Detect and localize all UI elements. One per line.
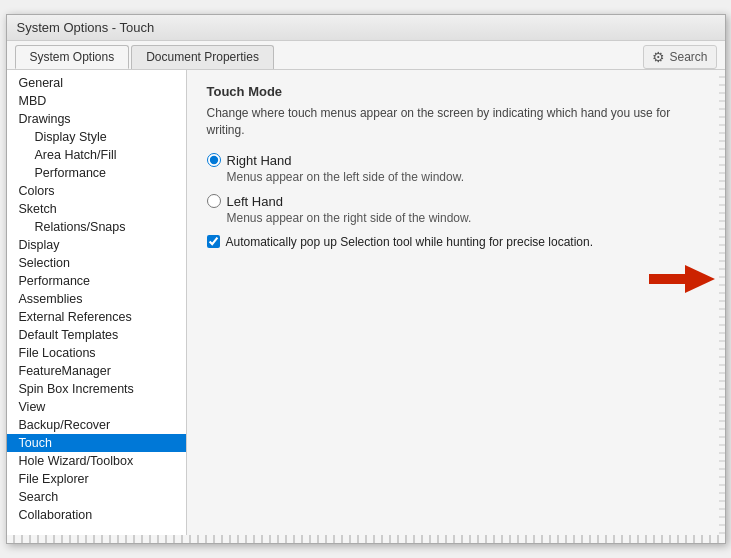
radio-option-left-hand: Left Hand Menus appear on the right side… [207, 194, 705, 225]
radio-input-right-hand[interactable] [207, 153, 221, 167]
title-bar: System Options - Touch [7, 15, 725, 41]
radio-input-left-hand[interactable] [207, 194, 221, 208]
sidebar-item-performance-drawings[interactable]: Performance [7, 164, 186, 182]
sidebar: GeneralMBDDrawingsDisplay StyleArea Hatc… [7, 70, 187, 535]
radio-sublabel-left-hand: Menus appear on the right side of the wi… [227, 211, 705, 225]
sidebar-item-area-hatch[interactable]: Area Hatch/Fill [7, 146, 186, 164]
red-arrow-head [685, 265, 715, 293]
radio-text-left-hand: Left Hand [227, 194, 283, 209]
section-title: Touch Mode [207, 84, 705, 99]
radio-text-right-hand: Right Hand [227, 153, 292, 168]
auto-popup-checkbox[interactable] [207, 235, 220, 248]
sidebar-item-relations-snaps[interactable]: Relations/Snaps [7, 218, 186, 236]
main-panel: Touch Mode Change where touch menus appe… [187, 70, 725, 535]
sidebar-item-external-references[interactable]: External References [7, 308, 186, 326]
sidebar-item-assemblies[interactable]: Assemblies [7, 290, 186, 308]
sidebar-item-default-templates[interactable]: Default Templates [7, 326, 186, 344]
sidebar-item-backup-recover[interactable]: Backup/Recover [7, 416, 186, 434]
arrow-shaft [649, 274, 685, 284]
checkbox-label: Automatically pop up Selection tool whil… [226, 235, 594, 249]
tabs-bar: System Options Document Properties ⚙ Sea… [7, 41, 725, 70]
window-body: System Options Document Properties ⚙ Sea… [7, 41, 725, 535]
sidebar-item-general[interactable]: General [7, 74, 186, 92]
section-desc: Change where touch menus appear on the s… [207, 105, 705, 139]
sidebar-item-spin-box[interactable]: Spin Box Increments [7, 380, 186, 398]
radio-group: Right Hand Menus appear on the left side… [207, 153, 705, 225]
tab-system-options[interactable]: System Options [15, 45, 130, 69]
checkbox-row: Automatically pop up Selection tool whil… [207, 235, 705, 249]
radio-label-right-hand[interactable]: Right Hand [207, 153, 705, 168]
arrow-indicator [649, 265, 715, 293]
sidebar-item-performance[interactable]: Performance [7, 272, 186, 290]
main-window: System Options - Touch System Options Do… [6, 14, 726, 544]
sidebar-item-file-explorer[interactable]: File Explorer [7, 470, 186, 488]
sidebar-item-colors[interactable]: Colors [7, 182, 186, 200]
sidebar-item-mbd[interactable]: MBD [7, 92, 186, 110]
sidebar-item-drawings[interactable]: Drawings [7, 110, 186, 128]
radio-sublabel-right-hand: Menus appear on the left side of the win… [227, 170, 705, 184]
tab-document-properties[interactable]: Document Properties [131, 45, 274, 69]
sidebar-item-touch[interactable]: Touch [7, 434, 186, 452]
sidebar-item-collaboration[interactable]: Collaboration [7, 506, 186, 524]
sidebar-item-display[interactable]: Display [7, 236, 186, 254]
sidebar-item-feature-manager[interactable]: FeatureManager [7, 362, 186, 380]
sidebar-item-search[interactable]: Search [7, 488, 186, 506]
sidebar-item-hole-wizard[interactable]: Hole Wizard/Toolbox [7, 452, 186, 470]
search-button[interactable]: ⚙ Search [643, 45, 716, 69]
search-label: Search [669, 50, 707, 64]
radio-label-left-hand[interactable]: Left Hand [207, 194, 705, 209]
sidebar-item-sketch[interactable]: Sketch [7, 200, 186, 218]
tabs-left: System Options Document Properties [15, 45, 274, 69]
content-area: GeneralMBDDrawingsDisplay StyleArea Hatc… [7, 70, 725, 535]
sidebar-item-selection[interactable]: Selection [7, 254, 186, 272]
sidebar-item-file-locations[interactable]: File Locations [7, 344, 186, 362]
gear-icon: ⚙ [652, 49, 665, 65]
sidebar-item-view[interactable]: View [7, 398, 186, 416]
radio-option-right-hand: Right Hand Menus appear on the left side… [207, 153, 705, 184]
window-title: System Options - Touch [17, 20, 155, 35]
sidebar-item-display-style[interactable]: Display Style [7, 128, 186, 146]
